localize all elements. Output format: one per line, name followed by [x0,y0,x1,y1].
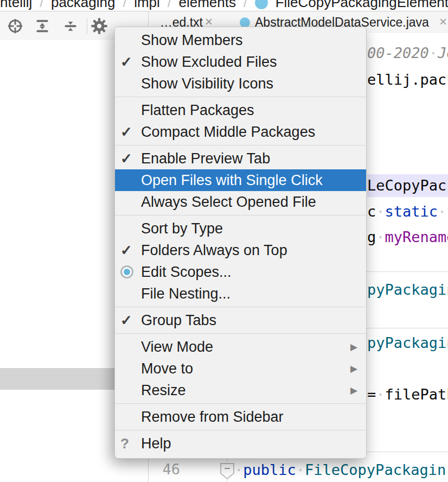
checkmark-icon: ✓ [120,312,141,329]
menu-item-flatten-packages[interactable]: Flatten Packages [115,99,366,121]
radio-outer [120,265,133,278]
menu-item-label: Show Visibility Icons [141,75,360,92]
class-icon [255,0,268,9]
identifier-highlight: LeCopyPack [367,174,448,197]
menu-item-help[interactable]: ?Help [115,433,366,454]
line-number: 46 [152,458,180,481]
code-line: 00-2020·Je [367,42,448,65]
locate-target-icon[interactable] [7,17,24,35]
submenu-arrow-icon: ▶ [350,341,357,353]
code-token: = [367,386,376,403]
menu-item-always-select-opened-file[interactable]: Always Select Opened File [115,191,366,213]
submenu-arrow-icon: ▶ [350,363,357,375]
menu-item-file-nesting[interactable]: File Nesting... [115,283,366,305]
menu-item-compact-middle-packages[interactable]: ✓Compact Middle Packages [115,121,366,143]
menu-item-label: Compact Middle Packages [141,124,360,141]
menu-item-open-files-with-single-click[interactable]: Open Files with Single Click [115,169,366,191]
toolbar-divider [87,18,87,34]
checkmark-icon: ✓ [120,242,141,259]
code-token: · [429,45,438,61]
breadcrumb-separator: / [168,0,171,10]
menu-item-label: Sort by Type [141,220,360,237]
menu-item-label: Always Select Opened File [141,194,360,211]
breadcrumb-item-elements[interactable]: elements [178,0,236,11]
menu-item-resize[interactable]: Resize▶ [115,379,366,401]
code-token: static [385,203,438,220]
menu-item-view-mode[interactable]: View Mode▶ [115,336,366,358]
breadcrumb-item-filecopypackagingelement[interactable]: FileCopyPackagingElement [276,0,448,11]
breadcrumb-separator: / [40,0,43,10]
menu-item-label: File Nesting... [141,286,360,302]
menu-separator [115,215,366,215]
help-icon: ? [120,435,141,452]
tab-close-icon[interactable]: × [439,11,447,33]
radio-inner [124,269,130,275]
code-token: · [234,461,243,478]
menu-item-label: Folders Always on Top [141,242,360,259]
code-line: ·public·FileCopyPackagin [234,459,448,481]
code-token: ellij.pack [367,71,448,88]
code-line: LeCopyPack [367,174,448,197]
code-token: LeCopyPack [367,177,448,194]
ide-window: ntellij/packaging/impl/elements/FileCopy… [0,0,448,482]
menu-separator [115,97,366,97]
menu-separator [115,333,366,334]
code-line: pyPackagin [367,278,448,301]
code-line: g·myRename [367,226,448,249]
code-token: · [296,461,305,478]
settings-gear-icon[interactable] [91,17,108,35]
breadcrumb: ntellij/packaging/impl/elements/FileCopy… [0,0,448,11]
code-line: pyPackagin [367,332,448,354]
menu-item-enable-preview-tab[interactable]: ✓Enable Preview Tab [115,148,366,169]
code-token: c [367,203,376,220]
breadcrumb-item-ntellij[interactable]: ntellij [0,0,32,11]
menu-item-group-tabs[interactable]: ✓Group Tabs [115,309,366,331]
checkmark-icon: ✓ [120,150,141,167]
project-options-menu: Show Members✓Show Excluded FilesShow Vis… [114,27,367,459]
code-token: public [243,461,296,478]
code-token: · [376,386,385,403]
menu-item-label: Flatten Packages [141,102,360,119]
code-token: myRename [385,229,448,245]
menu-item-move-to[interactable]: Move to▶ [115,358,366,379]
breadcrumb-separator: / [244,0,247,10]
menu-item-label: Show Excluded Files [141,54,360,71]
menu-item-show-visibility-icons[interactable]: Show Visibility Icons [115,73,366,94]
code-token: · [376,229,385,245]
menu-item-label: Show Members [141,32,360,49]
menu-item-label: Remove from Sidebar [141,409,360,426]
collapse-all-icon[interactable] [62,17,79,35]
breadcrumb-item-impl[interactable]: impl [134,0,160,11]
code-line: ellij.pack [367,68,448,91]
menu-item-label: Group Tabs [141,312,360,329]
breadcrumb-separator: / [123,0,126,10]
menu-item-sort-by-type[interactable]: Sort by Type [115,218,366,239]
checkmark-icon: ✓ [120,124,141,141]
breadcrumb-item-packaging[interactable]: packaging [51,0,116,11]
menu-item-label: Edit Scopes... [141,264,360,281]
menu-separator [115,430,366,430]
menu-separator [115,145,366,145]
code-token: pyPackagin [367,334,448,351]
code-token: Je [438,45,448,61]
breadcrumb-items: ntellij/packaging/impl/elements/FileCopy… [0,0,448,11]
menu-item-folders-always-on-top[interactable]: ✓Folders Always on Top [115,239,366,261]
expand-all-icon[interactable] [34,17,51,35]
code-token: 00-2020 [367,45,429,61]
menu-separator [115,307,366,307]
code-token: filePath [385,386,448,403]
menu-item-label: Help [141,435,360,452]
menu-item-edit-scopes[interactable]: Edit Scopes... [115,261,366,283]
code-token: FileCopyPackagin [305,461,446,478]
menu-item-remove-from-sidebar[interactable]: Remove from Sidebar [115,406,366,428]
menu-item-show-excluded-files[interactable]: ✓Show Excluded Files [115,51,366,73]
menu-item-show-members[interactable]: Show Members [115,29,366,51]
code-token: g [367,229,376,245]
menu-item-label: Move to [141,360,350,377]
menu-item-label: View Mode [141,339,350,356]
fold-marker-icon[interactable] [220,462,235,482]
radio-icon [120,265,141,278]
menu-item-label: Enable Preview Tab [141,150,360,167]
menu-separator [115,403,366,404]
checkmark-icon: ✓ [120,54,141,71]
